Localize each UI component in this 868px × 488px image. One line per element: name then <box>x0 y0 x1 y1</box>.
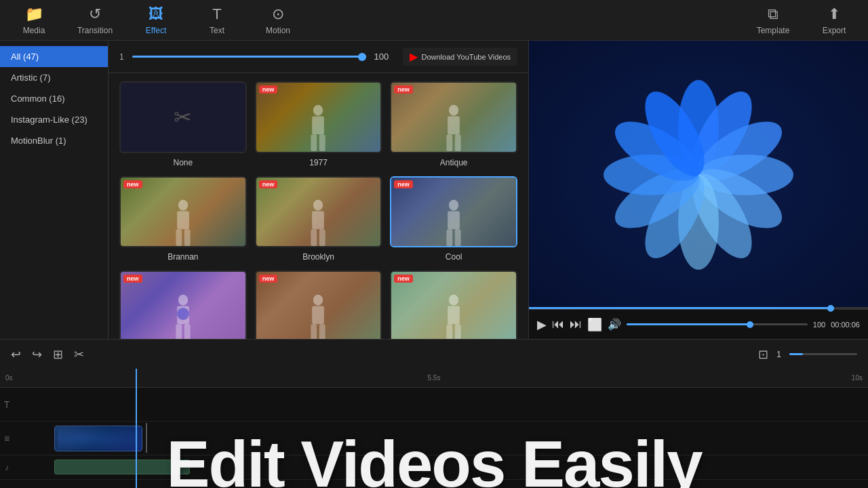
svg-rect-2 <box>311 135 317 152</box>
effect-thumb-none: ✂ <box>119 81 247 153</box>
person-silhouette <box>300 198 337 246</box>
sidebar-item-motionblur[interactable]: MotionBlur (1) <box>0 130 108 151</box>
no-effect-icon: ✂ <box>174 104 192 130</box>
slider-number: 1 <box>119 52 124 62</box>
person-silhouette <box>164 198 201 246</box>
effect-none[interactable]: ✂ None <box>119 81 247 168</box>
transition-icon: ↺ <box>89 5 101 23</box>
svg-point-12 <box>313 200 323 211</box>
new-badge: new <box>259 180 278 188</box>
crop-icon[interactable]: ⊞ <box>53 347 63 362</box>
svg-rect-5 <box>448 117 460 135</box>
new-badge: new <box>394 180 413 188</box>
audio-track-content[interactable] <box>14 455 868 479</box>
effect-label: Effect <box>146 26 166 35</box>
svg-point-16 <box>449 200 458 211</box>
toolbar-media[interactable]: 📁 Media <box>14 5 54 35</box>
effect-thumb-freshnew: new <box>390 270 517 339</box>
effect-brannan[interactable]: new Brannan <box>119 176 247 263</box>
effect-thumb-earlybird: new <box>119 270 247 339</box>
svg-rect-28 <box>319 324 326 339</box>
volume-slider[interactable] <box>627 323 808 325</box>
effect-thumb-1977: new <box>255 81 382 153</box>
volume-fill <box>627 323 753 325</box>
timeline-cursor[interactable] <box>136 369 137 488</box>
svg-point-4 <box>449 105 458 116</box>
effect-label-brooklyn: Brooklyn <box>302 252 334 262</box>
export-icon: ⬆ <box>828 5 840 23</box>
effect-thumb-brannan: new <box>119 176 247 248</box>
svg-rect-13 <box>313 211 325 230</box>
audio-clip[interactable] <box>54 460 190 474</box>
sidebar-item-common[interactable]: Common (16) <box>0 88 108 109</box>
play-button[interactable]: ▶ <box>537 317 547 332</box>
motion-label: Motion <box>266 26 290 35</box>
undo-icon[interactable]: ↩ <box>11 347 21 362</box>
text-track-label: T <box>0 399 14 410</box>
svg-point-8 <box>178 200 188 211</box>
effect-1977[interactable]: new 1977 <box>255 81 382 168</box>
sidebar-item-instagram[interactable]: Instagram-Like (23) <box>0 109 108 130</box>
fullscreen-button[interactable]: ⬜ <box>587 317 602 332</box>
toolbar-export[interactable]: ⬆ Export <box>814 5 854 35</box>
yt-label: Download YouTube Videos <box>422 53 511 61</box>
effect-cool[interactable]: new Cool <box>390 176 517 263</box>
video-track: ≡ <box>0 422 868 455</box>
svg-rect-26 <box>313 306 325 324</box>
toolbar-template[interactable]: ⧉ Template <box>753 5 793 35</box>
scissors-icon[interactable]: ✂ <box>74 347 84 362</box>
text-track: T <box>0 388 868 422</box>
sidebar-item-all[interactable]: All (47) <box>0 46 108 67</box>
win11-preview <box>597 80 800 270</box>
svg-rect-9 <box>177 211 189 230</box>
video-track-content[interactable] <box>14 422 868 455</box>
svg-rect-17 <box>448 211 460 230</box>
person-silhouette <box>435 293 473 339</box>
effect-freshnew[interactable]: new Fresh New <box>390 270 517 339</box>
media-label: Media <box>23 26 45 35</box>
text-track-content[interactable] <box>14 388 868 421</box>
export-label: Export <box>823 26 846 35</box>
volume-icon: 🔊 <box>608 318 621 331</box>
svg-rect-31 <box>446 324 452 339</box>
motion-icon: ⊙ <box>272 5 284 23</box>
effect-antique[interactable]: new Antique <box>390 81 517 168</box>
intensity-slider[interactable] <box>132 56 366 58</box>
prev-frame-button[interactable]: ⏮ <box>552 317 564 331</box>
svg-rect-3 <box>319 135 326 152</box>
toolbar-text[interactable]: T Text <box>197 5 237 35</box>
redo-icon[interactable]: ↪ <box>32 347 42 362</box>
next-frame-button[interactable]: ⏭ <box>570 317 582 331</box>
svg-rect-18 <box>446 229 452 246</box>
effects-header: 1 100 ▶ Download YouTube Videos <box>108 41 528 73</box>
toolbar-effect[interactable]: 🖼 Effect <box>136 5 176 35</box>
main-toolbar: 📁 Media ↺ Transition 🖼 Effect T Text ⊙ M… <box>0 0 868 41</box>
effect-label-none: None <box>173 158 193 167</box>
fit-icon[interactable]: ⊡ <box>758 347 768 362</box>
new-badge: new <box>259 85 278 94</box>
svg-point-25 <box>313 294 323 305</box>
svg-rect-10 <box>176 229 182 246</box>
timeline-tracks: T ≡ ♪ <box>0 388 868 488</box>
effect-thumb-antique: new <box>390 81 517 153</box>
toolbar-transition[interactable]: ↺ Transition <box>75 5 115 35</box>
text-label: Text <box>210 26 224 35</box>
svg-rect-27 <box>311 324 317 339</box>
effect-thumb-brooklyn: new <box>255 176 382 248</box>
effect-flushed[interactable]: new Flushed <box>255 270 382 339</box>
slider-value: 100 <box>374 52 395 62</box>
video-clip[interactable] <box>54 426 142 451</box>
toolbar-motion[interactable]: ⊙ Motion <box>258 5 298 35</box>
effect-earlybird[interactable]: new Earlybird <box>119 270 247 339</box>
new-badge: new <box>123 180 142 188</box>
effect-brooklyn[interactable]: new Brooklyn <box>255 176 382 263</box>
youtube-download-button[interactable]: ▶ Download YouTube Videos <box>403 47 518 66</box>
new-badge: new <box>394 274 413 283</box>
preview-video <box>529 41 868 309</box>
sidebar-item-artistic[interactable]: Artistic (7) <box>0 67 108 88</box>
effect-thumb-cool: new <box>390 176 517 248</box>
slider-fill <box>132 56 366 58</box>
ruler-mark-0s: 0s <box>5 374 291 382</box>
timeline-area: 0s 5.5s 10s T ≡ ♪ <box>0 369 868 488</box>
zoom-slider[interactable] <box>789 353 857 355</box>
